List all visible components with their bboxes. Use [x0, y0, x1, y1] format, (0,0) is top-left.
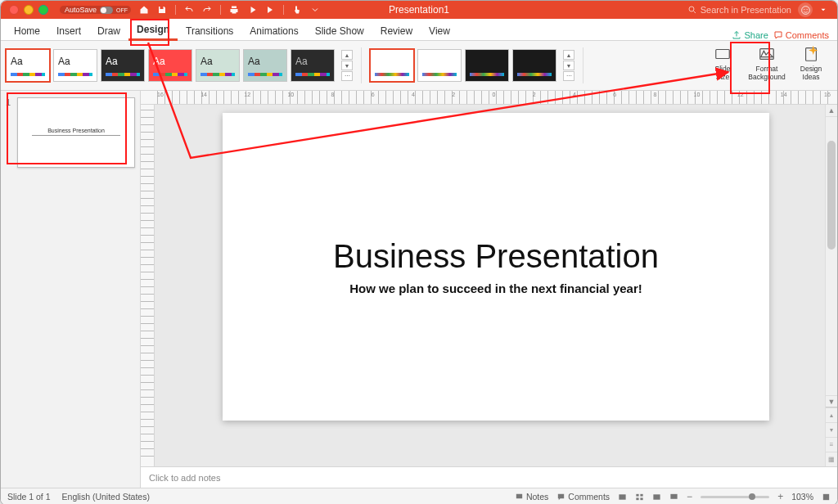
from-beginning-icon[interactable]	[247, 5, 257, 15]
slide-nav-icon[interactable]: ▦	[826, 452, 837, 466]
tab-slide-show[interactable]: Slide Show	[307, 21, 372, 40]
home-icon[interactable]	[139, 5, 149, 15]
status-language[interactable]: English (United States)	[62, 492, 150, 502]
tab-insert[interactable]: Insert	[48, 21, 89, 40]
chevron-down-icon[interactable]: ▼	[341, 61, 353, 70]
format-background-button[interactable]: Format Background	[746, 43, 788, 87]
zoom-in-button[interactable]: +	[777, 491, 783, 502]
horizontal-ruler: 1614121086420246810121416	[141, 91, 837, 105]
notes-placeholder: Click to add notes	[149, 473, 220, 483]
save-icon[interactable]	[157, 5, 167, 15]
comments-button[interactable]: Comments	[773, 30, 829, 40]
ellipsis-icon[interactable]: ⋯	[563, 71, 574, 81]
theme-thumbnail[interactable]: Aa	[291, 49, 335, 82]
from-current-icon[interactable]	[265, 5, 275, 15]
redo-icon[interactable]	[202, 5, 212, 15]
ruler-tick-label: 4	[412, 92, 415, 97]
svg-point-2	[804, 8, 804, 9]
outline-toggle-icon[interactable]: ≡	[826, 437, 837, 452]
ribbon-tabs: Home Insert Draw Design Transitions Anim…	[1, 19, 837, 41]
theme-thumbnail[interactable]: Aa	[196, 49, 240, 82]
tab-transitions[interactable]: Transitions	[178, 21, 241, 40]
tab-draw[interactable]: Draw	[89, 21, 128, 40]
autosave-toggle[interactable]: AutoSave OFF	[60, 6, 131, 14]
svg-rect-9	[641, 493, 643, 496]
print-icon[interactable]	[229, 5, 239, 15]
tab-animations[interactable]: Animations	[241, 21, 306, 40]
reading-view-icon[interactable]	[652, 493, 661, 502]
format-background-label: Format Background	[748, 65, 785, 81]
variant-thumbnail[interactable]	[370, 49, 414, 82]
next-slide-button[interactable]: ▾	[826, 422, 837, 437]
slide-subtitle[interactable]: How we plan to succeed in the next finan…	[349, 281, 642, 295]
tab-home[interactable]: Home	[6, 21, 48, 40]
svg-point-1	[801, 6, 809, 14]
variant-thumbnail[interactable]	[512, 49, 556, 82]
ruler-tick-label: 4	[573, 92, 576, 97]
scroll-up-icon[interactable]: ▲	[826, 105, 837, 117]
ruler-tick-label: 12	[244, 92, 250, 97]
status-slide-count: Slide 1 of 1	[7, 492, 51, 502]
theme-thumbnail[interactable]: Aa	[101, 49, 145, 82]
share-button[interactable]: Share	[732, 30, 768, 40]
quick-access-toolbar: AutoSave OFF	[48, 5, 320, 15]
search-box[interactable]: Search in Presentation	[687, 5, 791, 15]
zoom-out-button[interactable]: −	[687, 491, 692, 502]
normal-view-icon[interactable]	[618, 493, 627, 502]
variant-thumbnail[interactable]	[465, 49, 509, 82]
notes-pane[interactable]: Click to add notes	[141, 466, 837, 488]
theme-thumbnail[interactable]: Aa	[243, 49, 287, 82]
slide-size-icon	[714, 45, 732, 63]
themes-gallery: AaAaAaAaAaAaAa	[6, 49, 335, 82]
variant-thumbnail[interactable]	[417, 49, 462, 82]
svg-rect-12	[653, 494, 660, 499]
chevron-down-icon[interactable]	[819, 6, 827, 14]
slideshow-view-icon[interactable]	[669, 493, 678, 502]
scroll-down-icon[interactable]: ▼	[826, 395, 837, 407]
fit-to-window-icon[interactable]	[822, 493, 831, 502]
minimize-window-icon[interactable]	[24, 5, 34, 15]
canvas-area[interactable]: Business Presentation How we plan to suc…	[155, 105, 837, 466]
scroll-thumb[interactable]	[827, 141, 836, 250]
ruler-tick-label: 6	[372, 92, 375, 97]
autosave-state: OFF	[116, 7, 128, 13]
status-comments-button[interactable]: Comments	[556, 492, 610, 502]
tab-design[interactable]: Design	[128, 20, 178, 41]
themes-gallery-nav[interactable]: ▲ ▼ ⋯	[341, 48, 353, 83]
slide-title[interactable]: Business Presentation	[333, 238, 659, 275]
slide-editor: 1614121086420246810121416 Business Prese…	[141, 91, 837, 488]
undo-icon[interactable]	[184, 5, 194, 15]
slide-thumbnail[interactable]: 1 Business Presentation	[6, 97, 135, 168]
theme-thumbnail[interactable]: Aa	[53, 49, 97, 82]
slide-thumbnail-panel: 1 Business Presentation	[1, 91, 141, 488]
touch-mode-icon[interactable]	[292, 5, 302, 15]
ruler-tick-label: 2	[452, 92, 455, 97]
vertical-scrollbar[interactable]: ▲ ▼ ▴ ▾ ≡ ▦	[825, 105, 837, 466]
slide-canvas[interactable]: Business Presentation How we plan to suc…	[223, 113, 769, 421]
design-ideas-button[interactable]: Design Ideas	[790, 43, 832, 87]
theme-thumbnail[interactable]: Aa	[6, 49, 50, 82]
slide-number: 1	[6, 97, 12, 168]
slide-size-button[interactable]: Slide Size	[701, 43, 744, 87]
ruler-tick-label: 16	[157, 92, 164, 97]
slide-sorter-icon[interactable]	[635, 493, 644, 502]
chevron-down-icon[interactable]: ▼	[563, 61, 574, 70]
theme-thumbnail[interactable]: Aa	[148, 49, 192, 82]
prev-slide-button[interactable]: ▴	[826, 407, 837, 422]
tab-review[interactable]: Review	[372, 21, 421, 40]
comments-label: Comments	[786, 30, 829, 40]
close-window-icon[interactable]	[9, 5, 19, 15]
status-notes-button[interactable]: Notes	[515, 492, 548, 502]
account-button[interactable]	[798, 2, 813, 17]
ruler-tick-label: 14	[200, 92, 207, 97]
maximize-window-icon[interactable]	[38, 5, 48, 15]
ellipsis-icon[interactable]: ⋯	[341, 71, 353, 81]
chevron-up-icon[interactable]: ▲	[563, 50, 574, 60]
chevron-up-icon[interactable]: ▲	[341, 50, 353, 60]
qat-dropdown-icon[interactable]	[310, 5, 320, 15]
tab-view[interactable]: View	[421, 21, 458, 40]
slide-preview: Business Presentation	[17, 97, 135, 168]
variants-gallery-nav[interactable]: ▲ ▼ ⋯	[563, 48, 574, 83]
zoom-percent[interactable]: 103%	[791, 492, 813, 502]
zoom-slider[interactable]	[701, 496, 769, 498]
